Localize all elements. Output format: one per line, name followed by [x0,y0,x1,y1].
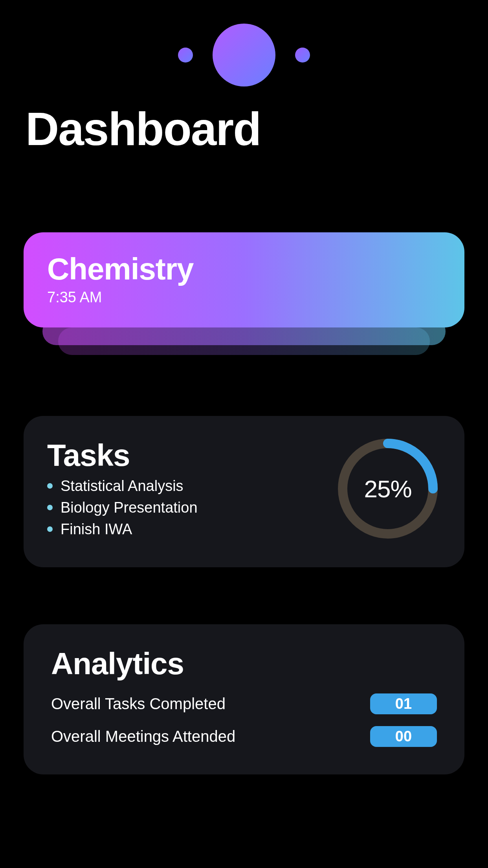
tasks-title: Tasks [47,438,335,473]
tasks-card[interactable]: Tasks Statistical Analysis Biology Prese… [24,416,464,567]
page-dot-active-icon [213,24,275,86]
schedule-card[interactable]: Chemistry 7:35 AM [24,232,464,327]
progress-ring-icon: 25% [335,436,441,542]
analytics-row: Overall Tasks Completed 01 [51,693,437,714]
page-title: Dashboard [0,102,488,156]
schedule-time: 7:35 AM [47,289,441,306]
page-dot-icon [178,48,193,63]
analytics-row: Overall Meetings Attended 00 [51,726,437,747]
page-dot-icon [295,48,310,63]
progress-percent-label: 25% [364,475,411,503]
analytics-label: Overall Meetings Attended [51,728,235,745]
task-item: Finish IWA [47,519,335,540]
analytics-value-badge: 01 [370,693,437,714]
analytics-value-badge: 00 [370,726,437,747]
task-item: Statistical Analysis [47,475,335,497]
task-item: Biology Presentation [47,497,335,519]
schedule-subject: Chemistry [47,251,441,287]
analytics-label: Overall Tasks Completed [51,695,226,713]
task-list: Statistical Analysis Biology Presentatio… [47,475,335,540]
page-indicator[interactable] [0,0,488,102]
analytics-card[interactable]: Analytics Overall Tasks Completed 01 Ove… [24,624,464,774]
analytics-title: Analytics [51,646,437,682]
